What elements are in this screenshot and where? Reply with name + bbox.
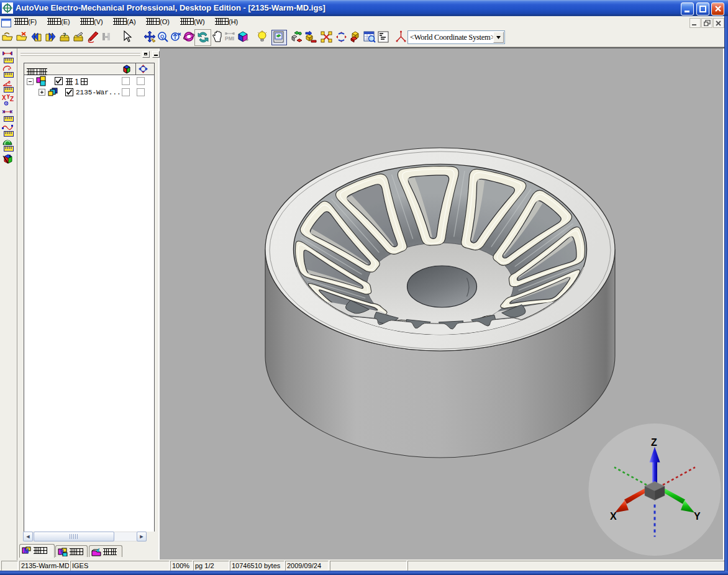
svg-text:Y: Y [694, 511, 701, 522]
svg-text:θ: θ [8, 80, 11, 84]
svg-text:PMI: PMI [225, 35, 234, 42]
svg-text:X: X [610, 511, 617, 522]
svg-text:Z: Z [651, 437, 657, 448]
svg-text:X: X [2, 94, 6, 101]
svg-text:?: ? [63, 32, 66, 38]
svg-text:Q: Q [160, 34, 164, 39]
svg-text:M: M [24, 548, 29, 555]
svg-text:V: V [60, 549, 64, 556]
svg-text:Z: Z [10, 96, 14, 102]
